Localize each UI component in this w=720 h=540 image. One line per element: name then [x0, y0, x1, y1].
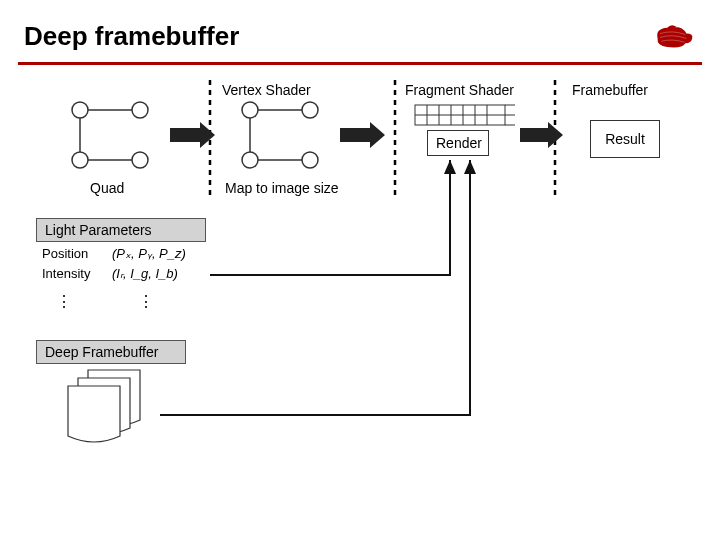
caption-quad: Quad [90, 180, 124, 196]
teapot-logo-icon [648, 18, 696, 54]
param-value: (Pₓ, Pᵧ, P_z) [112, 246, 186, 261]
svg-point-13 [302, 152, 318, 168]
data-flow-arrow [160, 160, 470, 415]
param-name: Position [42, 246, 88, 261]
stage-label-fragment: Fragment Shader [405, 82, 514, 98]
mapped-quad-glyph [242, 102, 318, 168]
svg-point-11 [302, 102, 318, 118]
raster-grid-glyph [415, 105, 515, 125]
arrow-icon [520, 122, 563, 148]
quad-glyph [72, 102, 148, 168]
title-rule [18, 62, 702, 65]
svg-point-10 [242, 102, 258, 118]
caption-map: Map to image size [225, 180, 339, 196]
svg-point-5 [72, 152, 88, 168]
svg-point-4 [132, 102, 148, 118]
pipeline-diagram [0, 0, 720, 540]
svg-point-6 [132, 152, 148, 168]
deep-framebuffer-header: Deep Framebuffer [36, 340, 186, 364]
svg-point-3 [72, 102, 88, 118]
svg-rect-14 [415, 105, 505, 125]
svg-point-12 [242, 152, 258, 168]
arrow-icon [340, 122, 385, 148]
vertical-ellipsis-icon: ⋮ [138, 292, 156, 311]
stage-label-framebuffer: Framebuffer [572, 82, 648, 98]
stage-label-vertex: Vertex Shader [222, 82, 311, 98]
page-title: Deep framebuffer [24, 21, 239, 52]
arrow-icon [170, 122, 215, 148]
light-parameters-header: Light Parameters [36, 218, 206, 242]
param-name: Intensity [42, 266, 90, 281]
vertical-ellipsis-icon: ⋮ [56, 292, 74, 311]
render-box: Render [427, 130, 489, 156]
result-box: Result [590, 120, 660, 158]
data-flow-arrow [210, 160, 450, 275]
param-value: (Iᵣ, I_g, I_b) [112, 266, 178, 281]
layered-buffers-icon [68, 370, 140, 442]
